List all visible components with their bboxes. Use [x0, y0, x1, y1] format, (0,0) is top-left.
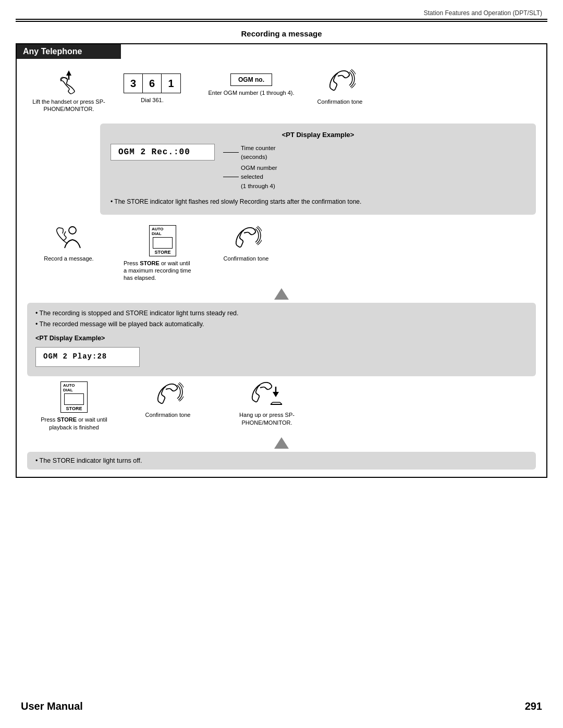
bullets1-line2: • The recorded message will be played ba…	[35, 319, 528, 330]
tone-caption-2: Confirmation tone	[224, 255, 269, 262]
store-caption-2: Press STORE or wait until playback is fi…	[41, 416, 107, 431]
col-handset: Lift the handset or press SP-PHONE/MONIT…	[27, 68, 111, 113]
display1-annotation1: Time counter (seconds)	[241, 144, 276, 162]
dial-box: 3 6 1	[124, 73, 181, 93]
section-label: Any Telephone	[17, 44, 121, 59]
col-tone-2: Confirmation tone	[215, 225, 277, 262]
display1-note: • The STORE indicator light flashes red …	[111, 197, 525, 206]
display1-title: <PT Display Example>	[111, 131, 525, 139]
svg-marker-0	[66, 70, 71, 76]
arrow-1	[17, 288, 546, 300]
store-caption-1: Press STORE or wait until a maximum reco…	[124, 260, 202, 282]
col-dial: 3 6 1 Dial 361.	[111, 68, 194, 104]
svg-marker-3	[273, 392, 279, 397]
display2-title: <PT Display Example>	[35, 333, 528, 344]
page-header: Station Features and Operation (DPT/SLT)	[0, 0, 563, 19]
top-rule	[16, 19, 547, 20]
store-label-bottom-1: STORE	[155, 250, 171, 255]
final-bullet-text: • The STORE indicator light turns off.	[35, 457, 142, 464]
main-content-box: Any Telephone Lift the handset or press …	[16, 43, 547, 478]
col-record: Record a message.	[27, 225, 111, 262]
col-ogm: OGM no. Enter OGM number (1 through 4).	[194, 68, 309, 96]
display1-annotations: Time counter (seconds) OGM number select…	[223, 144, 277, 191]
final-bullet-box: • The STORE indicator light turns off.	[27, 452, 536, 470]
store-label-bottom-2: STORE	[66, 406, 82, 411]
footer-left: User Manual	[21, 700, 83, 712]
ogm-box: OGM no.	[230, 73, 272, 86]
phone-ring-icon-2	[230, 225, 262, 252]
display1-annotation2: OGM number selected (1 through 4)	[241, 164, 277, 191]
page-footer: User Manual 291	[0, 700, 563, 712]
dial-caption: Dial 361.	[141, 96, 163, 104]
col-tone-3: Confirmation tone	[121, 381, 215, 418]
handset-icon	[53, 68, 84, 95]
row1: Lift the handset or press SP-PHONE/MONIT…	[17, 59, 546, 118]
col-tone-1: Confirmation tone	[309, 68, 371, 105]
arrow-2	[17, 437, 546, 449]
tone-caption-1: Confirmation tone	[317, 98, 363, 105]
ogm-caption: Enter OGM number (1 through 4).	[208, 89, 294, 96]
store-button-2: AUTO DIAL STORE	[60, 381, 88, 413]
header-subtitle: Station Features and Operation (DPT/SLT)	[424, 9, 542, 17]
svg-point-2	[69, 227, 76, 234]
display-section-1: <PT Display Example> OGM 2 Rec.:00 Time …	[100, 124, 536, 215]
dial-digit-3: 1	[162, 74, 180, 93]
row3: AUTO DIAL STORE Press STORE or wait unti…	[17, 376, 546, 436]
dial-digit-2: 6	[143, 74, 162, 93]
col-store-2: AUTO DIAL STORE Press STORE or wait unti…	[27, 381, 121, 431]
display2-screen: OGM 2 Play:28	[35, 347, 140, 367]
col-store-1: AUTO DIAL STORE Press STORE or wait unti…	[111, 225, 215, 282]
store-button-1: AUTO DIAL STORE	[149, 225, 176, 256]
display1-screen: OGM 2 Rec.:00	[111, 144, 215, 161]
hangup-caption: Hang up or press SP-PHONE/MONITOR.	[215, 411, 319, 426]
dial-digit-1: 3	[124, 74, 143, 93]
hangup-icon	[249, 381, 285, 409]
store-label-top-1: AUTO DIAL	[152, 227, 174, 236]
phone-ring-icon-1	[324, 68, 356, 95]
record-caption: Record a message.	[44, 255, 93, 262]
record-person-icon	[53, 225, 84, 252]
tone-caption-3: Confirmation tone	[145, 411, 191, 418]
footer-right: 291	[525, 700, 542, 712]
page-title: Recording a message	[0, 29, 563, 38]
store-label-top-2: AUTO DIAL	[63, 383, 85, 392]
bullets1: • The recording is stopped and STORE ind…	[27, 303, 536, 377]
row2: Record a message. AUTO DIAL STORE Press …	[17, 220, 546, 287]
col-hangup: Hang up or press SP-PHONE/MONITOR.	[215, 381, 319, 426]
bullets1-line1: • The recording is stopped and STORE ind…	[35, 308, 528, 319]
handset-caption: Lift the handset or press SP-PHONE/MONIT…	[27, 98, 111, 113]
phone-ring-icon-3	[152, 381, 183, 409]
